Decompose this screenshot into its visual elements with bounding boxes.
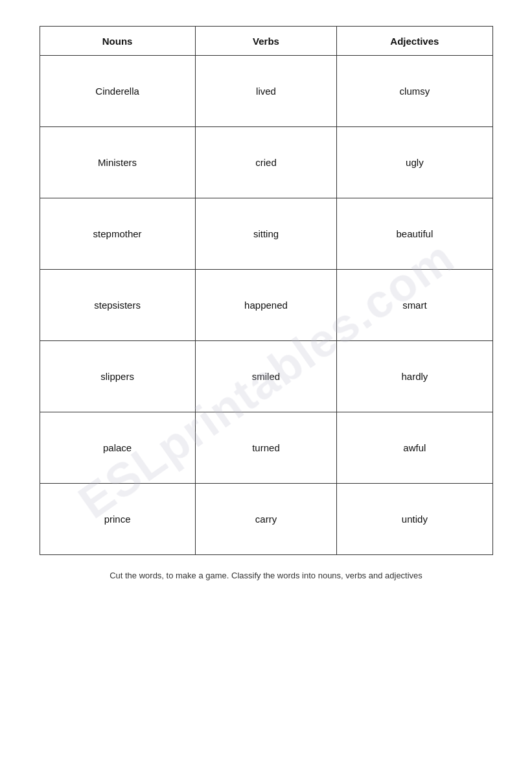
cell-row3-col2: smart (337, 270, 492, 341)
cell-row1-col0: Ministers (40, 127, 195, 198)
word-table: Nouns Verbs Adjectives Cinderellalivedcl… (40, 26, 493, 555)
cell-row4-col1: smiled (195, 341, 337, 412)
table-row: palaceturnedawful (40, 412, 492, 484)
cell-row0-col2: clumsy (337, 56, 492, 127)
cell-row5-col1: turned (195, 412, 337, 484)
table-row: stepmothersittingbeautiful (40, 198, 492, 270)
cell-row6-col1: carry (195, 484, 337, 555)
cell-row1-col1: cried (195, 127, 337, 198)
cell-row4-col2: hardly (337, 341, 492, 412)
table-row: Cinderellalivedclumsy (40, 56, 492, 127)
cell-row2-col0: stepmother (40, 198, 195, 270)
cell-row3-col0: stepsisters (40, 270, 195, 341)
cell-row6-col2: untidy (337, 484, 492, 555)
cell-row5-col2: awful (337, 412, 492, 484)
cell-row5-col0: palace (40, 412, 195, 484)
cell-row0-col1: lived (195, 56, 337, 127)
header-adjectives: Adjectives (337, 27, 492, 56)
cell-row1-col2: ugly (337, 127, 492, 198)
cell-row6-col0: prince (40, 484, 195, 555)
header-nouns: Nouns (40, 27, 195, 56)
header-verbs: Verbs (195, 27, 337, 56)
table-row: Ministerscriedugly (40, 127, 492, 198)
table-row: slipperssmiledhardly (40, 341, 492, 412)
cell-row3-col1: happened (195, 270, 337, 341)
table-row: stepsistershappenedsmart (40, 270, 492, 341)
cell-row2-col2: beautiful (337, 198, 492, 270)
cell-row0-col0: Cinderella (40, 56, 195, 127)
cell-row4-col0: slippers (40, 341, 195, 412)
cell-row2-col1: sitting (195, 198, 337, 270)
table-row: princecarryuntidy (40, 484, 492, 555)
footer-text: Cut the words, to make a game. Classify … (110, 571, 422, 580)
table-container: Nouns Verbs Adjectives Cinderellalivedcl… (40, 26, 493, 555)
